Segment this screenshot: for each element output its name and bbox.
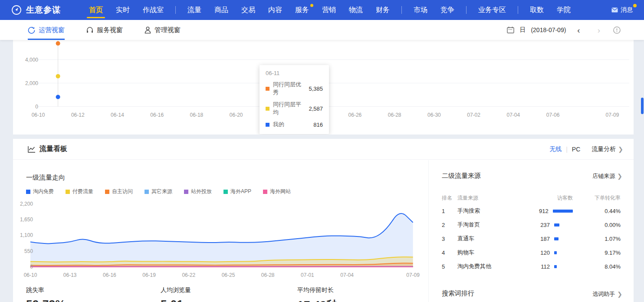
visitors-bar bbox=[554, 237, 559, 240]
nav-item-作战室[interactable]: 作战室 bbox=[136, 0, 170, 20]
metric-平均停留时长: 平均停留时长17.49秒 bbox=[297, 286, 338, 302]
legend-label: 自主访问 bbox=[112, 188, 133, 195]
date-value[interactable]: (2018-07-09) bbox=[531, 26, 566, 33]
x-axis-tick: 06-26 bbox=[342, 112, 368, 118]
tab-服务视窗[interactable]: 服务视窗 bbox=[86, 20, 123, 40]
brand[interactable]: 生意参谋 bbox=[11, 4, 61, 16]
legend-item-其它来源[interactable]: 其它来源 bbox=[145, 188, 172, 195]
sources-table: 1手淘搜索9120.44%2手淘首页2370.00%3直通车1871.07%4购… bbox=[442, 204, 621, 273]
series-color-swatch bbox=[266, 107, 269, 111]
legend-label: 付费流量 bbox=[72, 188, 93, 195]
legend-item-淘内免费[interactable]: 淘内免费 bbox=[26, 188, 54, 195]
visitors-bar bbox=[553, 210, 573, 213]
source-visitors-cell: 237 bbox=[508, 222, 573, 228]
metric-label: 人均浏览量 bbox=[161, 286, 191, 294]
shop-sources-link[interactable]: 店铺来源 ❯ bbox=[592, 172, 622, 180]
page-scrollbar-thumb[interactable] bbox=[641, 98, 644, 114]
legend-item-站外投放[interactable]: 站外投放 bbox=[184, 188, 212, 195]
source-row-手淘首页[interactable]: 2手淘首页2370.00% bbox=[442, 218, 621, 232]
source-rank: 5 bbox=[442, 263, 457, 270]
source-row-手淘搜索[interactable]: 1手淘搜索9120.44% bbox=[442, 204, 621, 218]
word-assistant-link[interactable]: 选词助手 ❯ bbox=[592, 290, 622, 298]
x-axis-tick: 06-16 bbox=[96, 272, 122, 278]
tooltip-row: 同行同层优秀5,385 bbox=[266, 81, 323, 96]
nav-item-实时[interactable]: 实时 bbox=[109, 0, 136, 20]
metric-value: 5.01 bbox=[161, 298, 191, 302]
nav-item-竞争[interactable]: 竞争 bbox=[434, 0, 461, 20]
tooltip-series-label: 我的 bbox=[273, 121, 284, 128]
source-row-购物车[interactable]: 4购物车1209.17% bbox=[442, 246, 621, 259]
brand-name: 生意参谋 bbox=[26, 4, 61, 16]
x-axis-tick: 06-18 bbox=[184, 112, 210, 118]
nav-item-label: 竞争 bbox=[440, 6, 454, 15]
info-icon[interactable] bbox=[613, 26, 621, 34]
source-row-淘内免费其他[interactable]: 5淘内免费其他1128.04% bbox=[442, 259, 621, 273]
toggle-无线[interactable]: 无线 bbox=[549, 145, 562, 153]
x-axis-tick: 07-09 bbox=[599, 112, 625, 118]
nav-item-学院[interactable]: 学院 bbox=[550, 0, 577, 20]
source-row-直通车[interactable]: 3直通车1871.07% bbox=[442, 232, 621, 246]
trend-chart-card: 02,0004,000 06-1006-1206-1406-1606-1806-… bbox=[13, 40, 634, 135]
nav-message[interactable]: 消息 bbox=[611, 6, 633, 14]
area-chart-legend: 淘内免费付费流量自主访问其它来源站外投放海外APP海外网站 bbox=[26, 188, 291, 195]
nav-item-财务[interactable]: 财务 bbox=[369, 0, 396, 20]
prev-day-button[interactable]: ‹ bbox=[577, 26, 580, 34]
nav-item-营销[interactable]: 营销 bbox=[315, 0, 342, 20]
y-axis-tick: 550 bbox=[16, 248, 33, 254]
legend-item-自主访问[interactable]: 自主访问 bbox=[105, 188, 133, 195]
next-day-button[interactable]: › bbox=[598, 26, 600, 34]
nav-item-label: 作战室 bbox=[143, 6, 164, 15]
tab-管理视窗[interactable]: 管理视窗 bbox=[145, 20, 181, 40]
tab-运营视窗[interactable]: 运营视窗 bbox=[28, 20, 65, 40]
traffic-board-header: 流量看板 无线|PC 流量分析 ❯ bbox=[13, 139, 634, 160]
x-axis-tick: 06-28 bbox=[381, 112, 407, 118]
nav-divider bbox=[175, 6, 176, 14]
legend-label: 海外APP bbox=[230, 188, 251, 195]
person-icon bbox=[145, 26, 151, 34]
nav-item-label: 服务 bbox=[295, 6, 309, 15]
chevron-right-icon: ❯ bbox=[617, 291, 622, 298]
tab-label: 管理视窗 bbox=[154, 26, 181, 34]
nav-item-交易[interactable]: 交易 bbox=[235, 0, 262, 20]
nav-item-内容[interactable]: 内容 bbox=[262, 0, 289, 20]
column-header: 排名 bbox=[442, 194, 457, 202]
nav-item-流量[interactable]: 流量 bbox=[181, 0, 208, 20]
legend-item-海外APP[interactable]: 海外APP bbox=[223, 188, 251, 195]
date-controls: 日 (2018-07-09) ‹ › bbox=[507, 26, 621, 34]
nav-item-取数[interactable]: 取数 bbox=[523, 0, 550, 20]
nav-divider bbox=[518, 6, 518, 14]
toggle-PC[interactable]: PC bbox=[572, 146, 580, 153]
nav-item-首页[interactable]: 首页 bbox=[82, 0, 109, 20]
page: 生意参谋 首页实时作战室流量商品交易内容服务营销物流财务市场竞争业务专区取数学院… bbox=[0, 0, 644, 302]
nav-item-物流[interactable]: 物流 bbox=[342, 0, 369, 20]
nav-item-label: 业务专区 bbox=[478, 6, 506, 15]
line-chart-icon bbox=[28, 146, 36, 153]
source-visitors-cell: 912 bbox=[508, 208, 573, 214]
y-axis-tick: 2,000 bbox=[20, 80, 38, 86]
legend-label: 海外网站 bbox=[270, 188, 291, 195]
nav-item-label: 市场 bbox=[414, 6, 427, 15]
nav-item-业务专区[interactable]: 业务专区 bbox=[472, 0, 513, 20]
legend-item-付费流量[interactable]: 付费流量 bbox=[66, 188, 93, 195]
date-granularity[interactable]: 日 bbox=[519, 26, 526, 34]
nav-item-商品[interactable]: 商品 bbox=[208, 0, 235, 20]
traffic-board-title-wrap: 流量看板 bbox=[28, 144, 67, 154]
traffic-analysis-link[interactable]: 流量分析 ❯ bbox=[591, 145, 623, 153]
nav-item-label: 学院 bbox=[557, 6, 571, 15]
chevron-right-icon: ❯ bbox=[618, 146, 623, 153]
legend-item-海外网站[interactable]: 海外网站 bbox=[263, 188, 291, 195]
x-axis-tick: 06-20 bbox=[223, 112, 249, 118]
y-axis-tick: 1,100 bbox=[16, 232, 33, 238]
calendar-icon[interactable] bbox=[507, 26, 514, 33]
metric-label: 平均停留时长 bbox=[297, 286, 338, 294]
source-visitors-cell: 112 bbox=[508, 263, 573, 270]
traffic-board-title: 流量看板 bbox=[39, 144, 67, 154]
nav-item-服务[interactable]: 服务 bbox=[289, 0, 315, 20]
tooltip-row: 同行同层平均2,587 bbox=[266, 101, 323, 116]
nav-item-市场[interactable]: 市场 bbox=[407, 0, 434, 20]
x-axis-tick: 07-04 bbox=[334, 272, 360, 278]
source-visitors: 120 bbox=[508, 249, 550, 256]
nav-item-label: 财务 bbox=[376, 6, 390, 15]
legend-color-swatch bbox=[145, 190, 149, 194]
legend-color-swatch bbox=[66, 190, 70, 194]
